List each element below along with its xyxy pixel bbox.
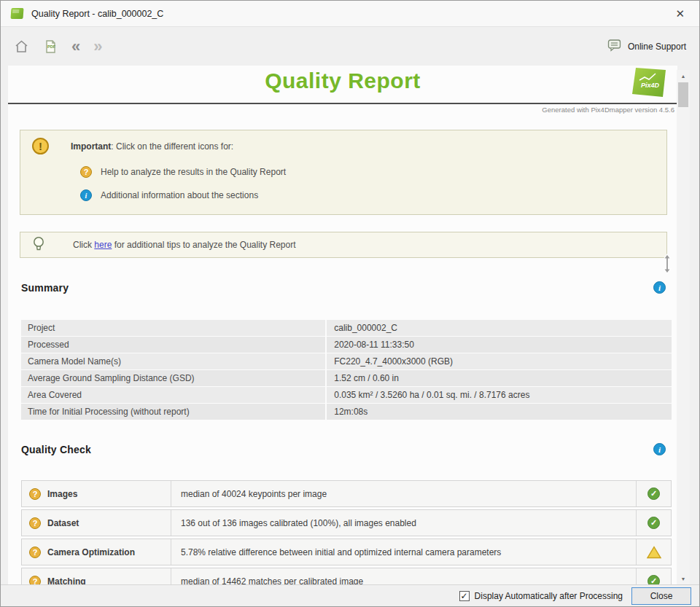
important-item-help-text: Help to analyze the results in the Quali…	[101, 167, 286, 177]
table-row: ? Camera Optimization 5.78% relative dif…	[21, 539, 672, 565]
online-support-label: Online Support	[628, 42, 686, 52]
footer-bar: ✓ Display Automatically after Processing…	[1, 584, 699, 606]
quality-check-section-head: Quality Check i	[21, 443, 666, 455]
scrollbar-track[interactable]	[677, 82, 690, 573]
important-heading: Important: Click on the different icons …	[71, 141, 233, 152]
scroll-up-icon[interactable]: ▲	[677, 70, 690, 82]
back-icon[interactable]: «	[71, 39, 80, 54]
scroll-down-icon[interactable]: ▼	[677, 573, 690, 584]
vertical-scrollbar[interactable]: ▲ ▼	[677, 70, 690, 584]
display-auto-checkbox[interactable]: ✓	[459, 591, 470, 601]
important-item-info: i Additional information about the secti…	[80, 189, 655, 201]
help-icon[interactable]: ?	[80, 166, 92, 178]
table-row: ? Images median of 40024 keypoints per i…	[21, 480, 672, 507]
scrollbar-thumb[interactable]	[678, 82, 688, 107]
quality-check-info-icon[interactable]: i	[653, 443, 666, 455]
table-row: Average Ground Sampling Distance (GSD) 1…	[21, 370, 672, 386]
summary-info-icon[interactable]: i	[653, 281, 666, 294]
close-button[interactable]: Close	[631, 587, 691, 605]
quality-report-window: Quality Report - calib_000002_C ✕ PDF « …	[0, 0, 700, 607]
important-item-info-text: Additional information about the section…	[101, 190, 258, 200]
table-row: ? Dataset 136 out of 136 images calibrat…	[21, 509, 672, 536]
summary-table: Project calib_000002_C Processed 2020-08…	[21, 320, 672, 420]
table-row: ? Matching median of 14462 matches per c…	[21, 568, 672, 586]
display-auto-checkbox-group[interactable]: ✓ Display Automatically after Processing	[459, 591, 623, 601]
report-header: Quality Report Pix4D	[8, 66, 677, 102]
close-window-button[interactable]: ✕	[671, 6, 689, 22]
display-auto-label: Display Automatically after Processing	[475, 591, 623, 601]
help-icon[interactable]: ?	[29, 488, 41, 500]
report-page: Quality Report Pix4D Generated with Pix4…	[8, 66, 677, 586]
pix4d-logo: Pix4D	[631, 66, 667, 98]
check-ok-icon: ✓	[648, 487, 660, 500]
help-icon[interactable]: ?	[29, 547, 41, 558]
chat-bubble-icon	[607, 39, 622, 54]
lightbulb-icon	[32, 235, 45, 255]
home-icon[interactable]	[14, 39, 29, 54]
tips-box: Click here for additional tips to analyz…	[20, 232, 667, 258]
table-row: Area Covered 0.035 km² / 3.5260 ha / 0.0…	[21, 387, 672, 403]
summary-section-head: Summary i	[21, 281, 666, 294]
tips-here-link[interactable]: here	[94, 240, 112, 250]
report-title: Quality Report	[8, 66, 677, 93]
important-notice-box: ! Important: Click on the different icon…	[20, 130, 667, 215]
export-pdf-icon[interactable]: PDF	[42, 39, 58, 55]
svg-text:PDF: PDF	[47, 44, 56, 49]
important-item-help: ? Help to analyze the results in the Qua…	[80, 166, 655, 178]
quality-check-table: ? Images median of 40024 keypoints per i…	[21, 480, 672, 586]
help-icon[interactable]: ?	[29, 517, 41, 529]
important-warning-icon: !	[32, 138, 49, 154]
window-title: Quality Report - calib_000002_C	[31, 9, 163, 19]
pix4d-app-icon	[10, 8, 23, 19]
table-row: Time for Initial Processing (without rep…	[21, 404, 672, 420]
check-ok-icon: ✓	[648, 517, 660, 529]
summary-heading: Summary	[21, 282, 69, 294]
warning-triangle-icon	[647, 546, 661, 559]
toolbar: PDF « » Online Support	[1, 27, 699, 66]
table-row: Project calib_000002_C	[21, 320, 672, 336]
quality-check-heading: Quality Check	[21, 444, 91, 455]
table-row: Processed 2020-08-11 11:33:50	[21, 337, 672, 353]
titlebar: Quality Report - calib_000002_C ✕	[1, 1, 699, 27]
table-row: Camera Model Name(s) FC220_4.7_4000x3000…	[21, 353, 672, 369]
svg-text:Pix4D: Pix4D	[641, 82, 660, 89]
online-support-button[interactable]: Online Support	[607, 39, 686, 54]
info-icon[interactable]: i	[80, 189, 92, 201]
tips-text: Click here for additional tips to analyz…	[73, 240, 296, 250]
generated-version-text: Generated with Pix4Dmapper version 4.5.6	[8, 104, 677, 114]
forward-icon[interactable]: »	[93, 39, 102, 54]
